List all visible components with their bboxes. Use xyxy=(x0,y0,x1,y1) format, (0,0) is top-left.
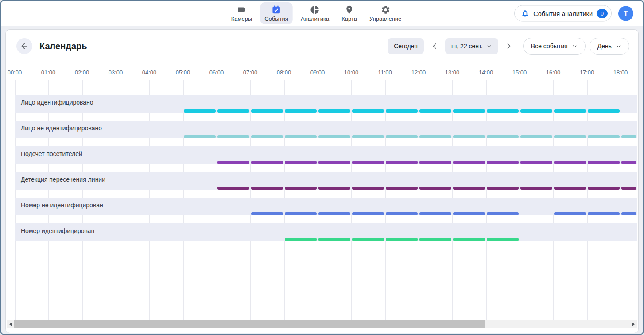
nav-tab-label: Аналитика xyxy=(301,16,329,22)
event-filter-select[interactable]: Все события xyxy=(523,38,586,55)
event-bar-segment[interactable] xyxy=(386,135,418,138)
period-select[interactable]: День xyxy=(590,38,629,55)
event-bar-segment[interactable] xyxy=(554,135,586,138)
date-select[interactable]: пт, 22 сент. xyxy=(445,38,498,54)
event-bar-segment[interactable] xyxy=(217,109,249,113)
event-bar-segment[interactable] xyxy=(487,161,519,164)
event-bar-segment[interactable] xyxy=(621,161,636,164)
event-bar-segment[interactable] xyxy=(184,135,216,138)
nav-tab-cameras[interactable]: Камеры xyxy=(227,2,257,24)
event-bar-segment[interactable] xyxy=(554,212,586,215)
event-bar-segment[interactable] xyxy=(251,135,283,138)
back-button[interactable] xyxy=(16,38,32,54)
event-bar-segment[interactable] xyxy=(318,187,350,190)
event-bar-segment[interactable] xyxy=(487,238,519,241)
event-bar-segment[interactable] xyxy=(217,187,249,190)
analytics-events-label: События аналитики xyxy=(533,10,593,17)
event-bar-segment[interactable] xyxy=(419,238,451,241)
chevron-down-icon xyxy=(572,43,578,49)
event-bar-segment[interactable] xyxy=(217,135,249,138)
event-bar-segment[interactable] xyxy=(520,135,552,138)
event-bar-segment[interactable] xyxy=(285,187,317,190)
event-bar-segment[interactable] xyxy=(621,135,636,138)
nav-tab-events[interactable]: События xyxy=(260,2,293,24)
event-bar-segment[interactable] xyxy=(554,187,586,190)
event-bar-segment[interactable] xyxy=(386,161,418,164)
event-bar-segment[interactable] xyxy=(386,187,418,190)
nav-tab-analytics[interactable]: Аналитика xyxy=(296,2,334,24)
event-bar-segment[interactable] xyxy=(487,212,519,215)
event-bar-segment[interactable] xyxy=(285,109,317,113)
scrollbar-track[interactable] xyxy=(14,320,630,328)
event-bar-segment[interactable] xyxy=(352,238,384,241)
prev-day-button[interactable] xyxy=(428,38,441,54)
event-bar-segment[interactable] xyxy=(453,238,485,241)
event-bar-segment[interactable] xyxy=(251,161,283,164)
event-bar-segment[interactable] xyxy=(318,109,350,113)
event-bar-segment[interactable] xyxy=(386,238,418,241)
event-bar-segment[interactable] xyxy=(588,109,620,113)
event-bar-segment[interactable] xyxy=(453,109,485,113)
nav-tabs: КамерыСобытияАналитикаКартаУправление xyxy=(227,2,406,24)
today-button[interactable]: Сегодня xyxy=(388,38,424,54)
card-header: Календарь Сегодня пт, 22 сент. xyxy=(16,37,629,55)
horizontal-scrollbar[interactable] xyxy=(7,320,637,328)
event-bar-segment[interactable] xyxy=(419,135,451,138)
event-bar-segment[interactable] xyxy=(487,135,519,138)
event-bar-segment[interactable] xyxy=(217,161,249,164)
event-bar-segment[interactable] xyxy=(352,161,384,164)
event-bar-segment[interactable] xyxy=(251,212,283,215)
event-bar-segment[interactable] xyxy=(588,212,620,215)
event-bar-segment[interactable] xyxy=(285,135,317,138)
event-bar-segment[interactable] xyxy=(318,238,350,241)
event-bar-segment[interactable] xyxy=(419,161,451,164)
event-bar-segment[interactable] xyxy=(520,187,552,190)
event-filter-label: Все события xyxy=(531,43,568,50)
event-bar-segment[interactable] xyxy=(318,161,350,164)
period-label: День xyxy=(597,43,612,50)
scrollbar-right-arrow-icon[interactable] xyxy=(630,320,637,328)
event-bar-segment[interactable] xyxy=(453,161,485,164)
scrollbar-left-arrow-icon[interactable] xyxy=(7,320,14,328)
event-bar-segment[interactable] xyxy=(453,187,485,190)
scrollbar-thumb[interactable] xyxy=(14,320,485,328)
next-day-button[interactable] xyxy=(502,38,516,54)
event-bar-segment[interactable] xyxy=(386,109,418,113)
event-bar-segment[interactable] xyxy=(419,212,451,215)
event-bar-segment[interactable] xyxy=(285,161,317,164)
event-bar-segment[interactable] xyxy=(352,187,384,190)
event-bar-segment[interactable] xyxy=(453,135,485,138)
nav-tab-map[interactable]: Карта xyxy=(337,2,361,24)
avatar[interactable]: T xyxy=(618,6,633,21)
event-bar-segment[interactable] xyxy=(453,212,485,215)
event-bar-segment[interactable] xyxy=(520,109,552,113)
event-bar-segment[interactable] xyxy=(318,135,350,138)
event-bar-segment[interactable] xyxy=(285,238,317,241)
event-bar-segment[interactable] xyxy=(621,187,636,190)
topnav-right: События аналитики 0 T xyxy=(514,5,633,22)
event-bar-segment[interactable] xyxy=(554,109,586,113)
event-bar-segment[interactable] xyxy=(621,212,636,215)
event-bar-segment[interactable] xyxy=(184,109,216,113)
nav-tab-management[interactable]: Управление xyxy=(365,2,406,24)
event-bar-segment[interactable] xyxy=(588,187,620,190)
analytics-events-button[interactable]: События аналитики 0 xyxy=(514,5,612,22)
timeline-grid: 00:0001:0002:0003:0004:0005:0006:0007:00… xyxy=(6,68,638,320)
event-bar-segment[interactable] xyxy=(352,109,384,113)
event-bar-segment[interactable] xyxy=(285,212,317,215)
event-bar-segment[interactable] xyxy=(419,187,451,190)
event-bar-segment[interactable] xyxy=(318,212,350,215)
event-bar-segment[interactable] xyxy=(588,161,620,164)
event-bar-segment[interactable] xyxy=(520,161,552,164)
event-bar-segment[interactable] xyxy=(554,161,586,164)
event-bar-segment[interactable] xyxy=(251,187,283,190)
event-bar-segment[interactable] xyxy=(251,109,283,113)
event-bar-segment[interactable] xyxy=(352,212,384,215)
event-bar-segment[interactable] xyxy=(588,135,620,138)
event-bar-segment[interactable] xyxy=(487,109,519,113)
event-bar-segment[interactable] xyxy=(419,109,451,113)
event-bar-segment[interactable] xyxy=(352,135,384,138)
hour-label: 04:00 xyxy=(142,69,157,76)
event-bar-segment[interactable] xyxy=(386,212,418,215)
event-bar-segment[interactable] xyxy=(487,187,519,190)
